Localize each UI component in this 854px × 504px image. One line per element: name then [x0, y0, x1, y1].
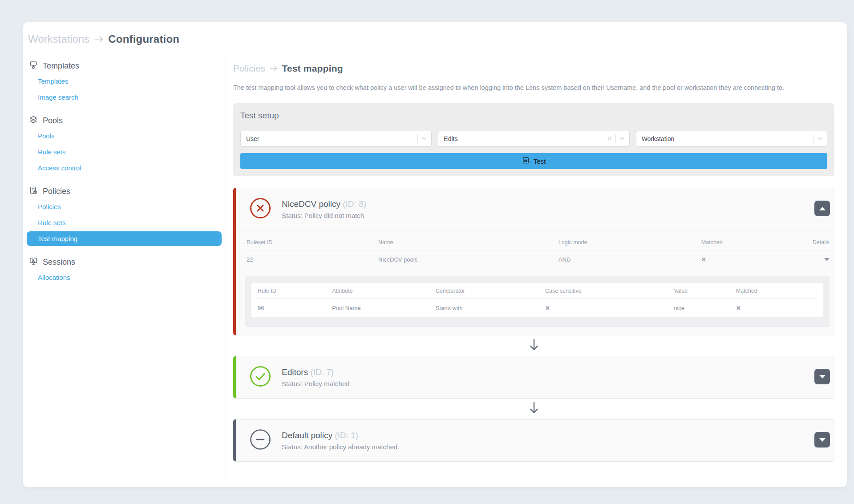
main-breadcrumb: Policies Test mapping — [233, 63, 834, 74]
page-background: Workstations Configuration Templates — [0, 0, 854, 504]
flow-connector — [233, 335, 834, 356]
templates-icon — [29, 60, 38, 72]
policy-id: (ID: 7) — [310, 367, 334, 377]
test-button[interactable]: Test — [240, 153, 827, 169]
failed-circle-icon — [249, 197, 271, 221]
sidebar-item-templates[interactable]: Templates — [27, 74, 222, 89]
clipboard-list-icon — [522, 157, 530, 165]
test-setup-panel: Test setup User Edits — [233, 103, 834, 176]
chevron-down-icon[interactable] — [619, 135, 625, 143]
skipped-circle-icon — [249, 428, 271, 452]
rules-table: Rule ID Attribute Comparator Case sensit… — [251, 283, 823, 317]
policy-status: Status: Policy did not match — [282, 212, 366, 219]
sidebar-section-pools: Pools Pools Rule sets Access control — [23, 115, 226, 175]
main-page-title: Test mapping — [282, 63, 343, 74]
sidebar-section-label: Templates — [43, 61, 79, 71]
user-select-value: User — [246, 135, 414, 142]
sidebar: Templates Templates Image search — [23, 52, 226, 487]
sidebar-item-label: Templates — [38, 77, 68, 85]
attribute-cell: Pool Name — [332, 299, 436, 317]
policy-result-card-nicedcv: NiceDCV policy (ID: 8) Status: Policy di… — [233, 188, 834, 335]
column-header: Matched — [736, 283, 817, 298]
policy-select-value: Edits — [444, 135, 607, 142]
sidebar-item-access-control[interactable]: Access control — [27, 161, 222, 175]
sidebar-item-label: Pools — [38, 132, 55, 140]
column-header: Value — [674, 283, 736, 298]
chevron-down-icon[interactable] — [817, 135, 823, 143]
logic-mode-cell: AND — [559, 250, 701, 269]
column-header: Logic mode — [559, 235, 701, 250]
policy-select[interactable]: Edits — [438, 131, 629, 147]
policy-status: Status: Another policy already matched. — [282, 443, 399, 451]
sidebar-item-label: Rule sets — [38, 148, 66, 156]
sidebar-item-test-mapping[interactable]: Test mapping — [27, 231, 222, 246]
policy-id: (ID: 1) — [335, 431, 358, 440]
details-caret-icon[interactable] — [824, 258, 830, 261]
expand-button[interactable] — [814, 369, 830, 384]
sidebar-section-templates: Templates Templates Image search — [23, 60, 226, 105]
ruleset-table-header: Ruleset ID Name Logic mode Matched Detai… — [247, 235, 830, 250]
policy-name: Default policy — [282, 431, 332, 440]
arrow-right-icon — [269, 63, 278, 74]
sidebar-item-image-search[interactable]: Image search — [27, 90, 222, 105]
rules-panel: Rule ID Attribute Comparator Case sensit… — [245, 276, 830, 327]
arrow-right-icon — [94, 33, 104, 45]
sidebar-item-label: Test mapping — [38, 235, 77, 242]
main-breadcrumb-parent[interactable]: Policies — [233, 63, 265, 74]
sidebar-item-allocations[interactable]: Allocations — [27, 270, 222, 285]
monitor-user-icon — [29, 257, 38, 268]
arrow-down-icon — [529, 402, 539, 416]
sidebar-section-pools-header: Pools — [23, 115, 226, 126]
matched-circle-icon — [249, 365, 271, 389]
sidebar-item-label: Policies — [38, 203, 61, 210]
caret-down-icon — [819, 438, 826, 442]
column-header: Attribute — [332, 283, 436, 298]
user-select[interactable]: User — [240, 131, 432, 147]
breadcrumb: Workstations Configuration — [23, 22, 847, 52]
layers-icon — [29, 115, 38, 126]
workstation-select[interactable]: Workstation — [636, 131, 827, 147]
sidebar-section-sessions-header: Sessions — [23, 257, 226, 268]
sidebar-item-policies[interactable]: Policies — [27, 199, 222, 214]
select-separator — [417, 134, 418, 143]
column-header: Rule ID — [258, 283, 332, 298]
flow-connector — [233, 399, 834, 419]
workstation-select-value: Workstation — [642, 135, 810, 142]
sidebar-section-label: Pools — [43, 116, 63, 125]
policy-result-card-editors: Editors (ID: 7) Status: Policy matched — [233, 356, 834, 399]
matched-false-icon: ✕ — [701, 250, 801, 269]
sidebar-section-policies-header: Policies — [23, 186, 226, 197]
sidebar-item-pools[interactable]: Pools — [27, 129, 222, 143]
sidebar-item-label: Rule sets — [38, 219, 66, 226]
clear-icon[interactable] — [607, 135, 612, 142]
rules-table-row: 96 Pool Name Starts with ✕ nice ✕ — [258, 299, 817, 317]
chevron-down-icon[interactable] — [421, 135, 427, 143]
ruleset-name-cell: NiceDCV pools — [378, 250, 559, 269]
main-content: Policies Test mapping The test mapping t… — [226, 52, 847, 487]
column-header: Matched — [701, 235, 801, 250]
caret-up-icon — [819, 207, 826, 210]
policy-id: (ID: 8) — [343, 199, 366, 209]
arrow-down-icon — [529, 339, 539, 353]
collapse-button[interactable] — [814, 201, 830, 216]
sidebar-item-policy-rule-sets[interactable]: Rule sets — [27, 215, 222, 230]
matched-false-icon: ✕ — [736, 299, 817, 317]
column-header: Details — [800, 235, 830, 250]
sidebar-section-label: Sessions — [43, 258, 75, 267]
test-button-label: Test — [534, 157, 546, 165]
sidebar-section-sessions: Sessions Allocations — [23, 257, 226, 285]
test-setup-title: Test setup — [240, 111, 827, 121]
select-separator — [615, 134, 616, 143]
breadcrumb-parent[interactable]: Workstations — [28, 33, 89, 45]
expand-button[interactable] — [814, 432, 830, 448]
value-cell: nice — [674, 299, 736, 317]
column-header: Name — [378, 235, 559, 250]
app-window: Workstations Configuration Templates — [23, 22, 847, 487]
sidebar-item-pool-rule-sets[interactable]: Rule sets — [27, 145, 222, 159]
sidebar-item-label: Allocations — [38, 274, 70, 281]
caret-down-icon — [819, 375, 826, 379]
policy-name: Editors — [282, 367, 308, 377]
column-header: Comparator — [436, 283, 545, 298]
sidebar-item-label: Image search — [38, 93, 78, 101]
rule-id-cell: 96 — [258, 299, 332, 317]
